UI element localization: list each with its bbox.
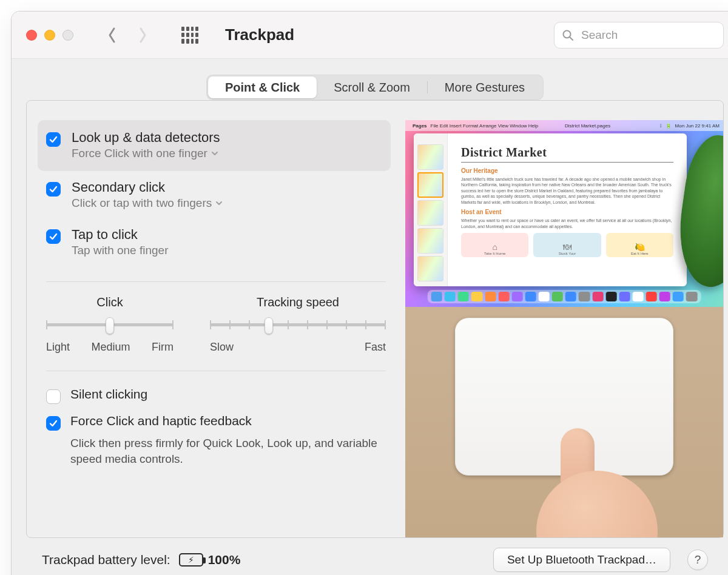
forward-button[interactable] [138,27,147,44]
search-field[interactable] [554,22,724,49]
click-slider-title: Click [96,295,123,309]
lookup-subtitle: Force Click with one finger [72,147,207,160]
click-slider-knob[interactable] [106,317,114,334]
battery-percent: 100% [208,553,241,567]
tab-label: Point & Click [225,81,300,95]
tap-title: Tap to click [72,227,169,243]
window-title: Trackpad [225,25,294,44]
secondary-checkbox[interactable] [46,182,61,197]
force-title: Force Click and haptic feedback [70,414,252,428]
minimize-window-button[interactable] [44,30,55,41]
options-list: Look up & data detectors Force Click wit… [27,120,405,537]
preview-card: 🍽Stock Your [533,233,601,257]
content: Point & Click Scroll & Zoom More Gesture… [12,59,728,575]
chevron-down-icon [215,200,223,207]
chevron-down-icon [211,150,218,157]
lookup-subtitle-menu[interactable]: Force Click with one finger [72,147,220,160]
option-force-click[interactable]: Force Click and haptic feedback [46,409,386,435]
preview-h1: Our Heritage [461,167,673,174]
check-icon [49,135,58,144]
click-slider[interactable] [46,318,174,336]
preview-card: 🍋Eat It Here [606,233,673,257]
charging-icon: ⚡︎ [180,554,202,565]
tap-subtitle: Tap with one finger [72,244,169,257]
search-icon [562,29,574,41]
click-slider-legend: Light Medium Firm [46,341,174,354]
secondary-title: Secondary click [72,180,223,195]
back-button[interactable] [107,27,117,44]
toolbar: Trackpad [12,12,728,59]
battery-icon: ⚡︎ [179,553,203,567]
tab-label: More Gestures [445,81,525,95]
battery-label: Trackpad battery level: [42,553,170,567]
tab-scroll-zoom[interactable]: Scroll & Zoom [317,76,427,98]
secondary-subtitle-menu[interactable]: Click or tap with two fingers [72,197,223,210]
preview-h2: Host an Event [461,209,673,215]
zoom-window-button[interactable] [62,30,73,41]
setup-button-label: Set Up Bluetooth Trackpad… [507,553,656,567]
check-icon [49,232,58,241]
lookup-title: Look up & data detectors [72,130,220,146]
force-checkbox[interactable] [46,416,61,431]
option-tap-to-click[interactable]: Tap to click Tap with one finger [41,218,391,271]
check-icon [49,419,58,428]
tracking-slider-legend: Slow Fast [210,341,386,354]
help-button[interactable]: ? [687,550,708,570]
preview-desktop: Pages File Edit Insert Format Arrange Vi… [405,120,723,307]
label-light: Light [46,341,70,354]
preview-hand [542,428,615,537]
preview-dock [428,290,701,303]
force-click-description: Click then press firmly for Quick Look, … [70,435,386,466]
preview-status-icons: 􀙇🔋Mon Jun 22 9:41 AM [660,123,720,129]
prefs-window: Trackpad Point & Click Scroll & Zoom Mor… [11,11,728,575]
show-all-prefs-button[interactable] [181,27,198,44]
tracking-slider-knob[interactable] [265,317,273,334]
close-window-button[interactable] [26,30,37,41]
label-fast: Fast [365,341,386,354]
tab-label: Scroll & Zoom [334,81,410,95]
preview-trackpad-area [405,307,723,537]
preview-p1: Janet Millet's little sandwich truck sur… [461,177,673,205]
preview-appwindow: District Market Our Heritage Janet Mille… [414,133,687,286]
tap-checkbox[interactable] [46,229,61,244]
tab-more-gestures[interactable]: More Gestures [428,76,542,98]
footer: Trackpad battery level: ⚡︎ 100% Set Up B… [26,538,724,575]
preview-menu-items: File Edit Insert Format Arrange View Win… [431,123,539,129]
divider [46,371,386,371]
divider [46,281,386,282]
silent-checkbox[interactable] [46,389,61,404]
preview-clock: Mon Jun 22 9:41 AM [675,123,720,129]
svg-point-0 [564,30,571,38]
preview-card: ⌂Take It Home [461,233,528,257]
option-silent-clicking[interactable]: Silent clicking [46,382,386,409]
preview-app-name: Pages [413,123,427,129]
secondary-subtitle: Click or tap with two fingers [72,197,212,210]
gesture-preview: Pages File Edit Insert Format Arrange Vi… [405,120,723,537]
options-pane: Look up & data detectors Force Click wit… [26,100,724,538]
battery-indicator: ⚡︎ 100% [179,553,241,567]
label-slow: Slow [210,341,234,354]
tab-point-click[interactable]: Point & Click [208,76,317,98]
preview-filename: District Market.pages [565,123,610,129]
option-secondary-click[interactable]: Secondary click Click or tap with two fi… [41,171,391,218]
option-lookup[interactable]: Look up & data detectors Force Click wit… [38,120,391,171]
check-icon [49,184,58,194]
label-medium: Medium [92,341,130,354]
nav-arrows [107,27,147,44]
lookup-checkbox[interactable] [46,132,61,147]
window-controls [26,30,73,41]
preview-menubar: Pages File Edit Insert Format Arrange Vi… [405,120,723,131]
preview-doc-title: District Market [461,146,673,163]
tracking-slider[interactable] [210,318,386,336]
svg-line-1 [570,37,573,40]
tracking-slider-title: Tracking speed [257,295,339,309]
search-input[interactable] [580,28,716,42]
silent-title: Silent clicking [70,387,147,402]
setup-bluetooth-trackpad-button[interactable]: Set Up Bluetooth Trackpad… [493,548,670,572]
tab-bar: Point & Click Scroll & Zoom More Gesture… [206,75,544,100]
label-firm: Firm [152,341,174,354]
preview-p2: Whether you want to rent our space or ha… [461,218,673,229]
